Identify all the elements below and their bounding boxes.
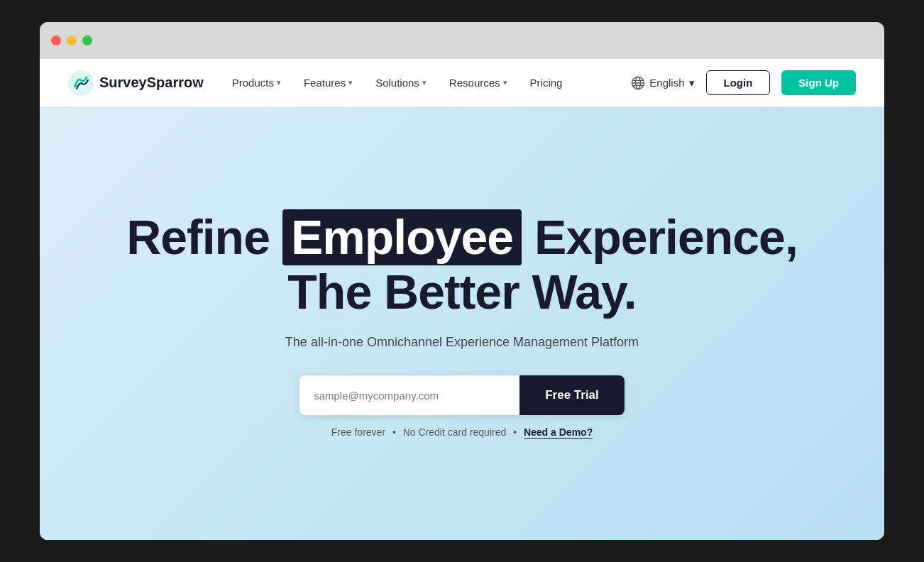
chevron-down-icon: ▾ (277, 78, 281, 87)
chevron-down-icon: ▾ (689, 77, 695, 89)
nav-products[interactable]: Products ▾ (232, 77, 281, 89)
hero-title-suffix: Experience, (534, 210, 798, 264)
language-label: English (649, 77, 684, 89)
email-input[interactable] (299, 375, 519, 415)
nav-pricing-label: Pricing (530, 77, 563, 89)
hero-title-line2: The Better Way. (287, 265, 636, 319)
nav-solutions-label: Solutions (375, 77, 419, 89)
login-button[interactable]: Login (706, 70, 771, 95)
svg-point-1 (74, 84, 77, 87)
globe-icon (631, 76, 645, 90)
nav-pricing[interactable]: Pricing (530, 77, 563, 89)
logo[interactable]: SurveySparrow (68, 70, 204, 96)
note-prefix: Free forever (331, 426, 385, 438)
nav-resources-label: Resources (449, 77, 500, 89)
logo-text: SurveySparrow (99, 75, 204, 91)
dot-separator: • (392, 426, 396, 438)
note-middle: No Credit card required (403, 426, 507, 438)
email-form: Free Trial (299, 375, 625, 415)
title-bar (40, 22, 884, 59)
nav-resources[interactable]: Resources ▾ (449, 77, 507, 89)
navbar: SurveySparrow Products ▾ Features ▾ Solu… (40, 59, 884, 107)
close-button[interactable] (51, 35, 61, 45)
minimize-button[interactable] (67, 35, 77, 45)
hero-title: Refine Employee Experience, The Better W… (126, 209, 798, 319)
nav-solutions[interactable]: Solutions ▾ (375, 77, 427, 89)
chevron-down-icon: ▾ (348, 78, 353, 87)
nav-products-label: Products (232, 77, 274, 89)
nav-right: English ▾ Login Sign Up (631, 70, 856, 95)
nav-features-label: Features (304, 77, 346, 89)
browser-content: SurveySparrow Products ▾ Features ▾ Solu… (40, 59, 884, 540)
nav-links: Products ▾ Features ▾ Solutions ▾ Resour… (232, 77, 632, 89)
maximize-button[interactable] (82, 35, 92, 45)
hero-subtitle: The all-in-one Omnichannel Experience Ma… (285, 335, 639, 350)
hero-title-prefix: Refine (126, 210, 270, 264)
signup-button[interactable]: Sign Up (781, 70, 856, 95)
chevron-down-icon: ▾ (422, 78, 427, 87)
free-trial-button[interactable]: Free Trial (519, 375, 625, 415)
hero-note: Free forever • No Credit card required •… (331, 426, 593, 438)
nav-features[interactable]: Features ▾ (304, 77, 353, 89)
need-a-demo-link[interactable]: Need a Demo? (524, 426, 593, 439)
hero-section: Refine Employee Experience, The Better W… (40, 107, 884, 540)
chevron-down-icon: ▾ (503, 78, 507, 87)
hero-title-highlight: Employee (282, 209, 522, 265)
logo-icon (68, 70, 94, 96)
language-selector[interactable]: English ▾ (631, 76, 694, 90)
browser-window: SurveySparrow Products ▾ Features ▾ Solu… (40, 22, 884, 540)
dot-separator-2: • (513, 426, 517, 438)
